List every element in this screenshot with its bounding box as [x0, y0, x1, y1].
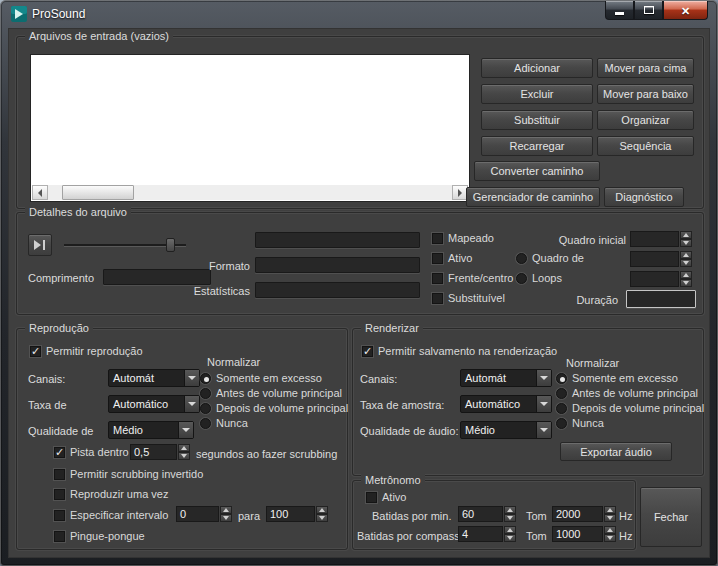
format-field[interactable]	[255, 257, 420, 273]
frame-of-radio[interactable]: Quadro de	[516, 252, 584, 264]
scroll-track[interactable]	[48, 185, 452, 200]
loops-radio[interactable]: Loops	[516, 272, 562, 284]
ping-pong-checkbox[interactable]: Pingue-pongue	[54, 530, 145, 542]
interval-from-spinner[interactable]: 0	[176, 506, 232, 522]
spinner-down-icon[interactable]	[604, 534, 616, 542]
spinner-up-icon[interactable]	[504, 506, 516, 514]
spinner-down-icon[interactable]	[316, 514, 328, 522]
spinner-up-icon[interactable]	[604, 526, 616, 534]
playback-quality-dropdown[interactable]: Médio	[108, 421, 194, 439]
spinner-buttons	[504, 506, 516, 522]
organize-button[interactable]: Organizar	[597, 110, 694, 130]
spinner-buttons	[680, 251, 692, 267]
render-channels-dropdown[interactable]: Automát	[460, 369, 552, 387]
spinner-down-icon[interactable]	[680, 279, 692, 287]
spinner-up-icon[interactable]	[680, 271, 692, 279]
bpm-spinner[interactable]: 60	[458, 506, 516, 522]
render-quality-dropdown[interactable]: Médio	[460, 421, 552, 439]
allow-playback-checkbox[interactable]: Permitir reprodução	[30, 345, 143, 357]
spinner-up-icon[interactable]	[680, 231, 692, 239]
close-window-button[interactable]	[663, 1, 708, 20]
tone-spinner-2[interactable]: 1000	[552, 526, 616, 542]
spinner-up-icon[interactable]	[504, 526, 516, 534]
playback-position-slider[interactable]	[64, 238, 186, 252]
playback-normalize-option-never[interactable]: Nunca	[200, 417, 248, 429]
checkbox-box	[54, 489, 65, 500]
reload-button[interactable]: Recarregar	[481, 136, 593, 156]
spinner-up-icon[interactable]	[604, 506, 616, 514]
scrub-label: Pista dentro	[70, 446, 129, 458]
spinner-value: 0	[176, 506, 219, 522]
spinner-up-icon[interactable]	[178, 444, 190, 452]
spinner-up-icon[interactable]	[680, 251, 692, 259]
delete-button[interactable]: Excluir	[481, 84, 593, 104]
maximize-button[interactable]	[634, 1, 663, 20]
file-details-group-title: Detalhes do arquivo	[25, 206, 131, 218]
metronome-active-checkbox[interactable]: Ativo	[366, 491, 406, 503]
playback-channels-dropdown[interactable]: Automát	[108, 369, 200, 387]
render-normalize-option-never[interactable]: Nunca	[556, 417, 604, 429]
spinner-down-icon[interactable]	[504, 534, 516, 542]
replace-button[interactable]: Substituir	[481, 110, 593, 130]
convert-path-button[interactable]: Converter caminho	[474, 161, 600, 181]
scrub-seconds-spinner[interactable]: 0,5	[130, 444, 190, 460]
render-normalize-option-overflow[interactable]: Somente em excesso	[556, 372, 678, 384]
dropdown-value: Automático	[109, 396, 184, 412]
playback-normalize-option-overflow[interactable]: Somente em excesso	[200, 372, 322, 384]
radio-circle	[200, 403, 211, 414]
metronome-group-title: Metrônomo	[361, 474, 425, 486]
duration-field[interactable]	[626, 290, 696, 308]
spinner-down-icon[interactable]	[604, 514, 616, 522]
sequence-button[interactable]: Sequência	[597, 136, 694, 156]
spinner-down-icon[interactable]	[178, 452, 190, 460]
invert-scrub-checkbox[interactable]: Permitir scrubbing invertido	[54, 468, 203, 480]
spinner-up-icon[interactable]	[220, 506, 232, 514]
render-normalize-option-before[interactable]: Antes de volume principal	[556, 387, 698, 399]
start-frame-spinner[interactable]	[630, 231, 692, 247]
loops-spinner[interactable]	[630, 271, 692, 287]
play-icon	[34, 240, 46, 250]
info-field[interactable]	[255, 232, 420, 248]
spinner-down-icon[interactable]	[504, 514, 516, 522]
move-up-button[interactable]: Mover para cima	[597, 58, 694, 78]
playback-normalize-option-before[interactable]: Antes de volume principal	[200, 387, 342, 399]
slider-handle[interactable]	[166, 238, 175, 252]
path-manager-button[interactable]: Gerenciador de caminho	[466, 187, 600, 207]
diagnostics-button[interactable]: Diagnóstico	[604, 187, 684, 207]
scrub-checkbox[interactable]: Pista dentro	[54, 446, 129, 458]
close-dialog-button[interactable]: Fechar	[640, 487, 702, 547]
front-center-checkbox[interactable]: Frente/centro	[432, 272, 513, 284]
titlebar[interactable]: ProSound	[0, 0, 718, 28]
playback-normalize-option-after[interactable]: Depois de volume principal	[200, 402, 348, 414]
export-audio-button[interactable]: Exportar áudio	[560, 442, 672, 461]
input-files-list[interactable]	[30, 54, 470, 202]
render-normalize-option-after[interactable]: Depois de volume principal	[556, 402, 704, 414]
replaceable-checkbox[interactable]: Substituível	[432, 292, 505, 304]
scroll-thumb[interactable]	[62, 185, 134, 200]
spinner-down-icon[interactable]	[680, 259, 692, 267]
active-checkbox[interactable]: Ativo	[432, 252, 472, 264]
render-rate-dropdown[interactable]: Automático	[460, 395, 552, 413]
scroll-left-icon[interactable]	[32, 185, 48, 200]
minimize-button[interactable]	[605, 1, 634, 20]
checkbox-box	[54, 469, 65, 480]
spinner-down-icon[interactable]	[680, 239, 692, 247]
mapped-checkbox[interactable]: Mapeado	[432, 232, 494, 244]
statistics-field[interactable]	[255, 282, 420, 298]
spinner-buttons	[178, 444, 190, 460]
interval-checkbox[interactable]: Especificar intervalo	[54, 509, 168, 521]
add-button[interactable]: Adicionar	[481, 58, 593, 78]
interval-to-spinner[interactable]: 100	[266, 506, 328, 522]
allow-render-save-checkbox[interactable]: Permitir salvamento na renderização	[362, 345, 557, 357]
frame-of-spinner[interactable]	[630, 251, 692, 267]
play-button[interactable]	[28, 234, 52, 256]
spinner-up-icon[interactable]	[316, 506, 328, 514]
spinner-down-icon[interactable]	[220, 514, 232, 522]
app-icon	[11, 6, 27, 22]
beats-spinner[interactable]: 4	[458, 526, 516, 542]
playback-rate-dropdown[interactable]: Automático	[108, 395, 200, 413]
horizontal-scrollbar[interactable]	[32, 185, 468, 200]
move-down-button[interactable]: Mover para baixo	[597, 84, 694, 104]
tone-spinner-1[interactable]: 2000	[552, 506, 616, 522]
play-once-checkbox[interactable]: Reproduzir uma vez	[54, 488, 168, 500]
